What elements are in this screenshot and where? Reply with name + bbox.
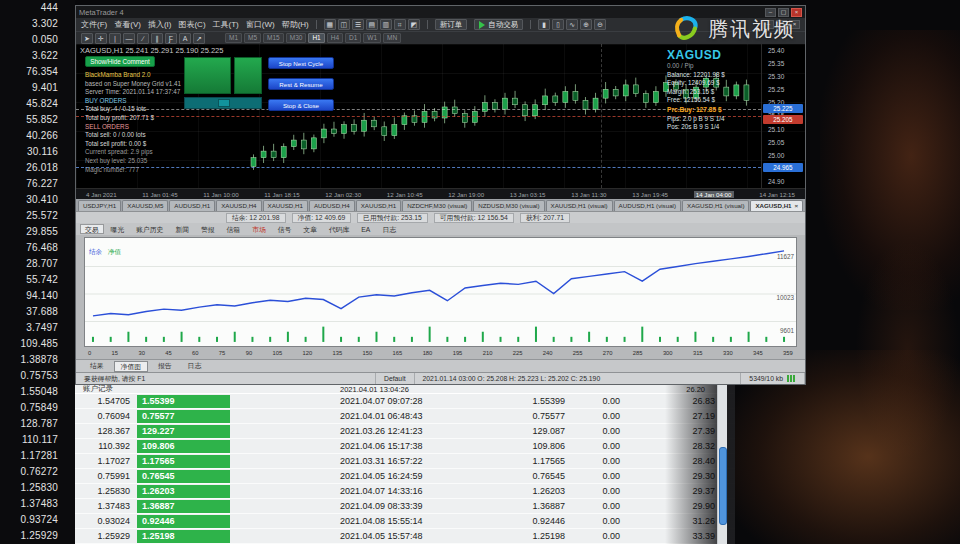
terminal-tab[interactable]: 信箱 [222, 224, 246, 234]
timeframe-h1[interactable]: H1 [308, 33, 324, 43]
autotrade-button[interactable]: 自动交易 [474, 19, 523, 30]
chart-tab[interactable]: XAUUSD,H4 [216, 200, 261, 211]
timeframe-mn[interactable]: MN [383, 33, 401, 43]
timeframe-m1[interactable]: M1 [225, 33, 242, 43]
chart-type-toolbar-icons: ▮▯∿⊕⊖ [538, 19, 606, 30]
crosshair-icon[interactable]: ✛ [95, 33, 107, 44]
table-row[interactable]: 110.392109.8062021.04.06 15:17:38109.806… [75, 439, 735, 454]
candlestick-chart-icon[interactable]: ▯ [552, 19, 564, 30]
arrow-tool-icon[interactable]: ↗ [193, 33, 205, 44]
horizontal-line-icon[interactable]: ― [123, 33, 135, 44]
ea-button[interactable]: Stop Next Cycle [268, 57, 334, 69]
terminal-tab[interactable]: 信号 [273, 224, 297, 234]
close-price-cell: 1.25198 [137, 530, 230, 543]
profiles-icon[interactable]: ◫ [338, 19, 350, 30]
text-label-icon[interactable]: A [179, 33, 191, 44]
timeframe-m5[interactable]: M5 [244, 33, 261, 43]
chart-tab[interactable]: XAUUSD,H1 (visual) [546, 200, 613, 211]
table-scrollbar[interactable] [717, 385, 727, 544]
market-watch-icon[interactable]: ☰ [352, 19, 364, 30]
menu-item[interactable]: 插入(I) [148, 19, 172, 30]
table-partial-row[interactable]: 账户记录 2021.04.01 13:04:26 26.20 [75, 385, 735, 394]
graph-x-tick: 30 [138, 350, 144, 356]
terminal-tab[interactable]: 文章 [298, 224, 322, 234]
menu-item[interactable]: 图表(C) [178, 19, 205, 30]
terminal-tab[interactable]: 日志 [377, 224, 401, 234]
timeframe-m30[interactable]: M30 [286, 33, 307, 43]
terminal-tab[interactable]: 市场 [247, 224, 271, 234]
timeframe-d1[interactable]: D1 [345, 33, 361, 43]
terminal-tab[interactable]: 新闻 [170, 224, 194, 234]
vertical-line-icon[interactable]: ∣ [109, 33, 121, 44]
new-order-button[interactable]: 新订单 [435, 19, 468, 30]
chart-tab[interactable]: NZDCHF,M30 (visual) [402, 200, 472, 211]
data-window-icon[interactable]: ▤ [366, 19, 378, 30]
price-buy-highlight: Prc.Buy: 127.85 $ [667, 105, 757, 115]
timeframe-w1[interactable]: W1 [363, 33, 381, 43]
table-row[interactable]: 0.760940.755772021.04.01 06:48:430.75577… [75, 409, 735, 424]
chart-tab[interactable]: XAUUSD,H1 [263, 200, 308, 211]
terminal-tab[interactable]: 代码库 [324, 224, 354, 234]
equity-graph[interactable]: 结余净值 11627100239601 [84, 237, 797, 347]
table-row[interactable]: 1.170271.175652021.03.31 16:57:221.17565… [75, 454, 735, 469]
tester-tab[interactable]: 日志 [182, 361, 208, 372]
table-row[interactable]: 128.367129.2272021.03.26 12:41:23129.087… [75, 424, 735, 439]
terminal-tab[interactable]: 交易 [80, 224, 104, 234]
ea-button[interactable]: Stop & Close [268, 99, 334, 111]
chart-tab[interactable]: AUDUSD,H1 (visual) [614, 200, 681, 211]
terminal-tab[interactable]: EA [356, 224, 375, 234]
tester-tab[interactable]: 净值图 [114, 361, 148, 372]
account-info-line: Equity: 12409.69 $ [667, 79, 757, 87]
timeframe-h4[interactable]: H4 [327, 33, 343, 43]
chart-tab[interactable]: XAGUSD,H1 (visual) [682, 200, 749, 211]
bar-chart-icon[interactable]: ▮ [538, 19, 550, 30]
chart-tab[interactable]: XAUUSD,H1 [356, 200, 401, 211]
chart-tab[interactable]: XAUUSD,M5 [122, 200, 168, 211]
tab-scroll-right-icon[interactable]: ▸ [804, 203, 805, 211]
table-row[interactable]: 0.930240.924462021.04.08 15:55:140.92446… [75, 514, 735, 529]
timeframe-m15[interactable]: M15 [263, 33, 284, 43]
terminal-tab[interactable]: 账户历史 [131, 224, 168, 234]
table-row[interactable]: 1.547051.553992021.04.07 09:07:281.55399… [75, 394, 735, 409]
terminal-tab[interactable]: 曝光 [106, 224, 130, 234]
new-chart-icon[interactable]: ▦ [324, 19, 336, 30]
tester-tab[interactable]: 报告 [152, 361, 178, 372]
menu-item[interactable]: 查看(V) [114, 19, 141, 30]
chart-tab[interactable]: AUDUSD,H1 [169, 200, 215, 211]
menu-item[interactable]: 帮助(H) [282, 19, 309, 30]
table-row[interactable]: 0.759910.765452021.04.05 16:24:590.76545… [75, 469, 735, 484]
strategy-tester-icon[interactable]: ◩ [408, 19, 420, 30]
table-row[interactable]: 1.259291.251982021.04.05 15:57:481.25198… [75, 529, 735, 544]
ea-slider-bar[interactable] [184, 97, 262, 109]
tencent-video-logo-icon [672, 14, 702, 44]
price-list-value: 110.117 [0, 432, 75, 448]
ea-slider-knob[interactable] [218, 99, 230, 107]
menu-item[interactable]: 工具(T) [213, 19, 239, 30]
table-row[interactable]: 1.374831.368872021.04.09 08:33:391.36887… [75, 499, 735, 514]
show-hide-comment-button[interactable]: Show/Hide Comment [85, 56, 155, 67]
chart-tab[interactable]: XAGUSD,H1× [750, 200, 803, 211]
menu-item[interactable]: 窗口(W) [246, 19, 275, 30]
line-chart-icon[interactable]: ∿ [566, 19, 578, 30]
close-tab-icon[interactable]: × [795, 202, 799, 209]
table-row[interactable]: 1.258301.262032021.04.07 14:33:161.26203… [75, 484, 735, 499]
cursor-icon[interactable]: ➤ [81, 33, 93, 44]
fibonacci-icon[interactable]: Ƒ [165, 33, 177, 44]
zoom-out-icon[interactable]: ⊖ [594, 19, 606, 30]
status-profile[interactable]: Default [376, 373, 415, 384]
chart-tab[interactable]: AUDUSD,H4 [309, 200, 355, 211]
menu-item[interactable]: 文件(F) [81, 19, 107, 30]
chart-area[interactable]: XAGUSD,H1 25.241 25.291 25.190 25.225 Sh… [76, 44, 805, 188]
tester-tab[interactable]: 结果 [84, 361, 110, 372]
navigator-icon[interactable]: ▥ [380, 19, 392, 30]
channel-icon[interactable]: ∥ [151, 33, 163, 44]
scrollbar-thumb[interactable] [719, 447, 727, 525]
terminal-tab[interactable]: 警报 [196, 224, 220, 234]
zoom-in-icon[interactable]: ⊕ [580, 19, 592, 30]
ea-button[interactable]: Rest & Resume [268, 78, 334, 90]
terminal-icon[interactable]: ⌗ [394, 19, 406, 30]
trend-line-icon[interactable]: ∕ [137, 33, 149, 44]
chart-tab[interactable]: USDJPY,H1 [78, 200, 121, 211]
chart-tab[interactable]: NZDUSD,M30 (visual) [473, 200, 544, 211]
partial-row-profit: 26.20 [655, 385, 705, 394]
